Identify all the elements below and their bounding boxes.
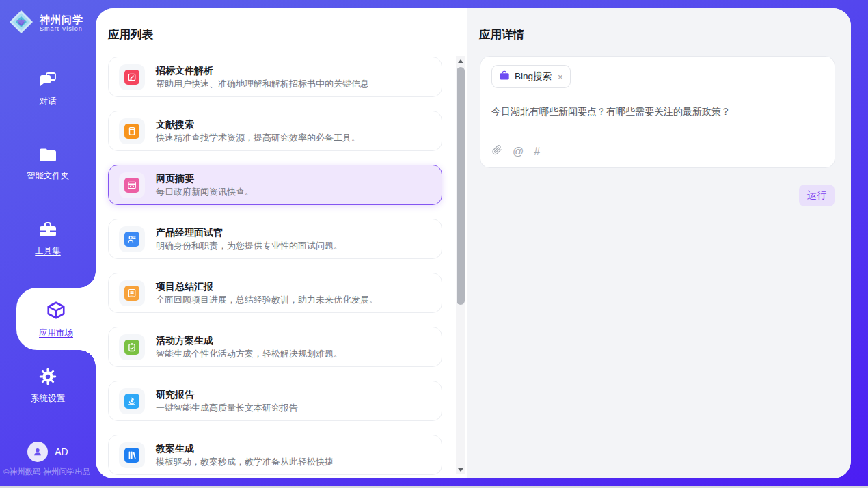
app-card[interactable]: 项目总结汇报全面回顾项目进展，总结经验教训，助力未来优化发展。 bbox=[108, 273, 442, 313]
app-card-text: 活动方案生成智能生成个性化活动方案，轻松解决规划难题。 bbox=[156, 335, 342, 359]
app-card-title: 活动方案生成 bbox=[156, 335, 342, 346]
app-card-description: 帮助用户快速、准确地理解和解析招标书中的关键信息 bbox=[156, 79, 369, 89]
summary-note-icon bbox=[124, 286, 139, 301]
app-icon-tile bbox=[119, 118, 145, 144]
app-card-description: 模板驱动，教案秒成，教学准备从此轻松快捷 bbox=[156, 457, 334, 467]
run-button[interactable]: 运行 bbox=[799, 185, 835, 206]
app-card-description: 每日政府新闻资讯快查。 bbox=[156, 187, 254, 197]
chat-icon bbox=[38, 71, 57, 92]
sidebar-item-settings[interactable]: 系统设置 bbox=[0, 367, 96, 403]
tool-chip-close-icon[interactable]: × bbox=[558, 72, 563, 82]
app-cards: 招标文件解析帮助用户快速、准确地理解和解析招标书中的关键信息文献搜索快速精准查找… bbox=[108, 57, 442, 478]
app-card[interactable]: 招标文件解析帮助用户快速、准确地理解和解析招标书中的关键信息 bbox=[108, 57, 442, 97]
app-card-title: 产品经理面试官 bbox=[156, 227, 342, 238]
app-card-title: 教案生成 bbox=[156, 443, 334, 454]
sidebar-item-smart-folder[interactable]: 智能文件夹 bbox=[0, 147, 96, 180]
app-card[interactable]: 活动方案生成智能生成个性化活动方案，轻松解决规划难题。 bbox=[108, 327, 442, 367]
topic-icon[interactable]: # bbox=[534, 146, 540, 158]
app-card[interactable]: 文献搜索快速精准查找学术资源，提高研究效率的必备工具。 bbox=[108, 111, 442, 151]
mention-icon[interactable]: @ bbox=[513, 146, 524, 158]
briefcase-icon bbox=[499, 70, 510, 83]
toolbox-icon bbox=[38, 221, 57, 241]
app-card-description: 智能生成个性化活动方案，轻松解决规划难题。 bbox=[156, 349, 342, 359]
app-card[interactable]: 教案生成模板驱动，教案秒成，教学准备从此轻松快捷 bbox=[108, 435, 442, 475]
app-card-text: 招标文件解析帮助用户快速、准确地理解和解析招标书中的关键信息 bbox=[156, 65, 369, 89]
app-card-title: 研究报告 bbox=[156, 389, 298, 400]
bid-document-icon bbox=[124, 70, 139, 85]
app-card-text: 产品经理面试官明确身份和职责，为您提供专业性的面试问题。 bbox=[156, 227, 342, 251]
sidebar-item-label: 应用市场 bbox=[39, 328, 73, 338]
app-card-title: 网页摘要 bbox=[156, 173, 254, 184]
scrollbar-up-arrow-icon[interactable] bbox=[456, 56, 465, 66]
app-icon-tile bbox=[119, 172, 145, 198]
app-logo: 神州问学 Smart Vision bbox=[8, 9, 83, 38]
user-name: AD bbox=[55, 446, 68, 457]
app-card-text: 文献搜索快速精准查找学术资源，提高研究效率的必备工具。 bbox=[156, 119, 360, 143]
app-list-title: 应用列表 bbox=[108, 27, 153, 42]
tool-chip-label: Bing搜索 bbox=[515, 70, 552, 83]
app-card-title: 文献搜索 bbox=[156, 119, 360, 130]
event-clipboard-icon bbox=[124, 340, 139, 355]
app-icon-tile bbox=[119, 64, 145, 90]
sidebar-item-label: 对话 bbox=[40, 96, 57, 106]
literature-book-icon bbox=[124, 124, 139, 139]
app-detail-title: 应用详情 bbox=[479, 27, 524, 42]
app-icon-tile bbox=[119, 334, 145, 360]
app-icon-tile bbox=[119, 226, 145, 252]
sidebar-item-app-market[interactable]: 应用市场 bbox=[16, 288, 96, 350]
app-card-description: 明确身份和职责，为您提供专业性的面试问题。 bbox=[156, 241, 342, 251]
app-list-scrollbar[interactable] bbox=[456, 56, 465, 474]
sidebar: 神州问学 Smart Vision 对话智能文件夹工具集应用市场系统设置 AD … bbox=[0, 0, 96, 488]
app-card-text: 网页摘要每日政府新闻资讯快查。 bbox=[156, 173, 254, 197]
app-detail-panel: 应用详情 Bing搜索 × 今日湖北有哪些新闻要点？有哪些需要关注的最新政策？ … bbox=[467, 8, 851, 478]
app-card-description: 快速精准查找学术资源，提高研究效率的必备工具。 bbox=[156, 133, 360, 143]
sidebar-item-label: 智能文件夹 bbox=[27, 171, 70, 180]
webpage-code-icon bbox=[124, 178, 139, 193]
app-card-title: 项目总结汇报 bbox=[156, 281, 378, 292]
logo-diamond-icon bbox=[8, 9, 34, 38]
app-card-description: 一键智能生成高质量长文本研究报告 bbox=[156, 403, 298, 413]
app-icon-tile bbox=[119, 280, 145, 306]
app-card[interactable]: 产品经理面试官明确身份和职责，为您提供专业性的面试问题。 bbox=[108, 219, 442, 259]
user-account[interactable]: AD bbox=[0, 442, 96, 462]
cube-icon bbox=[46, 300, 66, 323]
lesson-books-icon bbox=[124, 448, 139, 463]
app-card-text: 项目总结汇报全面回顾项目进展，总结经验教训，助力未来优化发展。 bbox=[156, 281, 378, 305]
tool-chip-bing-search[interactable]: Bing搜索 × bbox=[491, 65, 571, 88]
folder-icon bbox=[38, 147, 57, 166]
app-list-panel: 应用列表 招标文件解析帮助用户快速、准确地理解和解析招标书中的关键信息文献搜索快… bbox=[96, 8, 467, 478]
app-card[interactable]: 网页摘要每日政府新闻资讯快查。 bbox=[108, 165, 442, 205]
sidebar-item-toolset[interactable]: 工具集 bbox=[0, 221, 96, 256]
avatar[interactable] bbox=[27, 442, 48, 462]
app-card-title: 招标文件解析 bbox=[156, 65, 369, 76]
app-card-text: 研究报告一键智能生成高质量长文本研究报告 bbox=[156, 389, 298, 413]
copyright-text: ©神州数码·神州问学出品 bbox=[3, 467, 96, 477]
attachment-icon[interactable] bbox=[492, 144, 502, 159]
sidebar-item-chat[interactable]: 对话 bbox=[0, 71, 96, 106]
app-card-description: 全面回顾项目进展，总结经验教训，助力未来优化发展。 bbox=[156, 295, 378, 305]
scrollbar-thumb[interactable] bbox=[457, 67, 465, 305]
sidebar-item-label: 工具集 bbox=[35, 246, 61, 256]
interviewer-icon bbox=[124, 232, 139, 247]
logo-title: 神州问学 bbox=[40, 14, 83, 25]
gear-icon bbox=[38, 367, 57, 389]
prompt-input-card[interactable]: Bing搜索 × 今日湖北有哪些新闻要点？有哪些需要关注的最新政策？ @# bbox=[480, 56, 835, 168]
main-content: 应用列表 招标文件解析帮助用户快速、准确地理解和解析招标书中的关键信息文献搜索快… bbox=[96, 8, 851, 478]
research-microscope-icon bbox=[124, 394, 139, 409]
question-text[interactable]: 今日湖北有哪些新闻要点？有哪些需要关注的最新政策？ bbox=[491, 105, 824, 118]
logo-subtitle: Smart Vision bbox=[40, 25, 83, 33]
sidebar-item-label: 系统设置 bbox=[31, 394, 65, 403]
app-icon-tile bbox=[119, 442, 145, 468]
app-card[interactable]: 研究报告一键智能生成高质量长文本研究报告 bbox=[108, 381, 442, 421]
app-card-text: 教案生成模板驱动，教案秒成，教学准备从此轻松快捷 bbox=[156, 443, 334, 467]
scrollbar-down-arrow-icon[interactable] bbox=[456, 465, 465, 474]
app-icon-tile bbox=[119, 388, 145, 414]
composer-toolbar: @# bbox=[492, 144, 540, 159]
